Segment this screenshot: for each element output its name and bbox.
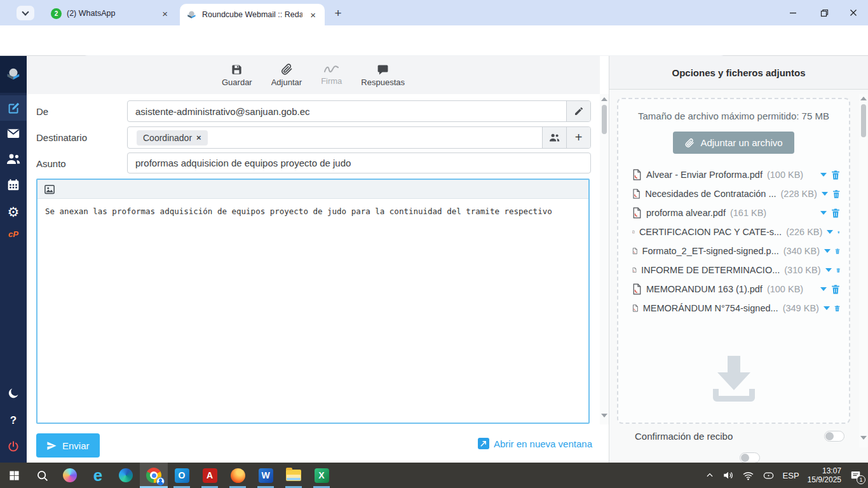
delete-attachment-trash-icon[interactable]	[831, 284, 840, 295]
tab-close-icon[interactable]: ×	[159, 8, 170, 19]
taskbar-chrome-button[interactable]	[140, 463, 168, 488]
recipient-chip[interactable]: Coordinador ×	[137, 130, 208, 146]
taskbar-word-button[interactable]: W	[252, 463, 280, 488]
delete-attachment-trash-icon[interactable]	[832, 189, 840, 200]
tab-whatsapp[interactable]: 2 (2) WhatsApp ×	[44, 4, 177, 22]
taskbar-file-explorer-button[interactable]	[280, 463, 308, 488]
tray-chevron-up-icon[interactable]	[705, 471, 714, 480]
taskbar-clock[interactable]: 13:07 15/9/2025	[808, 466, 841, 484]
attach-button[interactable]: Adjuntar	[271, 63, 302, 87]
attachment-menu-caret-icon[interactable]	[820, 173, 827, 177]
action-center-button[interactable]: 1	[850, 470, 862, 481]
taskbar-copilot-button[interactable]	[56, 463, 84, 488]
sidebar-settings-gear-icon[interactable]: ⚙	[0, 199, 27, 224]
open-new-window-label: Abrir en nueva ventana	[494, 438, 592, 449]
tab-close-icon[interactable]: ×	[308, 10, 318, 20]
responses-button[interactable]: Respuestas	[361, 64, 405, 87]
options-attachments-panel: Opciones y ficheros adjuntos Tamaño de a…	[609, 56, 868, 463]
acrobat-icon: A	[203, 468, 217, 483]
start-button[interactable]	[0, 463, 28, 488]
drop-files-download-icon	[707, 353, 761, 404]
attachment-row[interactable]: CERTIFICACION PAC Y CATE-s... (226 KB)	[618, 222, 849, 241]
roundcube-logo[interactable]	[0, 56, 27, 93]
subject-input[interactable]: proformas adquisicion de equipos proyect…	[128, 153, 590, 173]
tab-search-button[interactable]	[17, 6, 34, 20]
sidebar-help-icon[interactable]: ?	[0, 408, 27, 433]
attachment-row[interactable]: INFORME DE DETERMINACIO... (310 KB)	[618, 261, 849, 280]
taskbar-firefox-button[interactable]	[224, 463, 252, 488]
recipients-input[interactable]: Coordinador ×	[128, 127, 542, 148]
attachment-row[interactable]: MEMORANDUM 163 (1).pdf (100 KB)	[618, 280, 849, 299]
chevron-down-icon	[22, 8, 29, 15]
language-indicator[interactable]: ESP	[783, 471, 799, 480]
address-book-button[interactable]	[542, 127, 566, 148]
remove-recipient-icon[interactable]: ×	[196, 133, 201, 142]
insert-image-icon[interactable]	[44, 184, 55, 195]
sidebar-mail-icon[interactable]	[0, 121, 27, 146]
taskbar-acrobat-button[interactable]: A	[196, 463, 224, 488]
window-minimize-button[interactable]	[783, 4, 803, 22]
sidebar-compose-icon[interactable]	[0, 95, 27, 121]
attachment-row[interactable]: Necesidades de Contratación ... (228 KB)	[618, 184, 849, 203]
compose-scrollbar[interactable]	[600, 94, 609, 424]
message-body-input[interactable]: Se anexan las proformas adquisición de e…	[37, 199, 588, 224]
attachment-name: MEMORANDUM 163 (1).pdf	[646, 284, 763, 294]
tab-roundcube[interactable]: Roundcube Webmail :: Redactar ×	[180, 4, 325, 25]
speech-bubble-icon	[377, 64, 389, 76]
scroll-up-icon[interactable]	[860, 97, 867, 100]
meet-now-icon[interactable]	[763, 470, 775, 482]
delete-attachment-trash-icon[interactable]	[834, 303, 840, 314]
attachment-menu-caret-icon[interactable]	[824, 249, 831, 253]
save-label: Guardar	[222, 78, 252, 87]
scroll-down-icon[interactable]	[601, 414, 607, 417]
from-field-group: asistente-administrativo@sanjuan.gob.ec	[127, 100, 591, 122]
sidebar-contacts-icon[interactable]	[0, 146, 27, 172]
signature-button[interactable]: Firma	[321, 64, 342, 86]
attachment-menu-caret-icon[interactable]	[820, 287, 827, 291]
delete-attachment-trash-icon[interactable]	[836, 265, 840, 276]
scroll-up-icon[interactable]	[601, 97, 607, 101]
window-restore-button[interactable]	[815, 4, 834, 22]
sidebar-calendar-icon[interactable]	[0, 172, 27, 198]
open-new-window-link[interactable]: Abrir en nueva ventana	[488, 438, 592, 449]
scroll-down-icon[interactable]	[860, 436, 867, 440]
attachment-row[interactable]: Formato_2_ET-signed-signed.p... (340 KB)	[618, 241, 849, 261]
window-close-button[interactable]	[844, 4, 863, 22]
attachment-row[interactable]: proforma alvear.pdf (161 KB)	[618, 203, 849, 222]
file-explorer-icon	[286, 470, 301, 481]
from-input[interactable]: asistente-administrativo@sanjuan.gob.ec	[128, 101, 566, 121]
attach-file-button[interactable]: Adjuntar un archivo	[673, 132, 794, 154]
taskbar-outlook-button[interactable]: O	[168, 463, 196, 488]
attachment-row[interactable]: Alvear - Enviar Proforma.pdf (100 KB)	[618, 165, 849, 184]
scrollbar-thumb[interactable]	[861, 104, 866, 137]
save-button[interactable]: Guardar	[222, 64, 252, 87]
sidebar-logout-power-icon[interactable]	[0, 434, 27, 459]
delete-attachment-trash-icon[interactable]	[831, 208, 840, 219]
receipt-toggle[interactable]	[824, 431, 844, 442]
add-recipient-button[interactable]: +	[566, 127, 590, 148]
sidebar-darkmode-moon-icon[interactable]	[0, 381, 27, 406]
attachment-menu-caret-icon[interactable]	[825, 268, 832, 272]
browser-tab-strip: 2 (2) WhatsApp × Roundcube Webmail :: Re…	[0, 0, 868, 25]
edit-sender-button[interactable]	[566, 101, 590, 121]
attachment-row[interactable]: MEMORÁNDUM N°754-signed... (349 KB)	[618, 299, 849, 318]
delete-attachment-trash-icon[interactable]	[835, 246, 840, 257]
new-tab-button[interactable]: +	[330, 6, 346, 21]
attachment-menu-caret-icon[interactable]	[824, 306, 830, 310]
attachment-menu-caret-icon[interactable]	[827, 230, 833, 234]
wifi-icon[interactable]	[742, 470, 754, 482]
taskbar-internet-explorer-button[interactable]: e	[84, 463, 112, 488]
scrollbar-thumb[interactable]	[602, 105, 607, 134]
delete-attachment-trash-icon[interactable]	[831, 170, 840, 180]
panel-scrollbar[interactable]	[859, 94, 867, 447]
delete-attachment-trash-icon[interactable]	[837, 227, 840, 238]
volume-icon[interactable]	[722, 470, 734, 481]
sidebar-cpanel-icon[interactable]: cP	[0, 221, 27, 247]
attachment-menu-caret-icon[interactable]	[822, 192, 828, 196]
delivery-status-toggle[interactable]	[740, 452, 760, 463]
send-button[interactable]: Enviar	[36, 433, 100, 458]
attachment-menu-caret-icon[interactable]	[820, 211, 827, 215]
taskbar-search-button[interactable]	[28, 463, 56, 488]
taskbar-excel-button[interactable]: X	[308, 463, 336, 488]
taskbar-edge-button[interactable]	[112, 463, 140, 488]
